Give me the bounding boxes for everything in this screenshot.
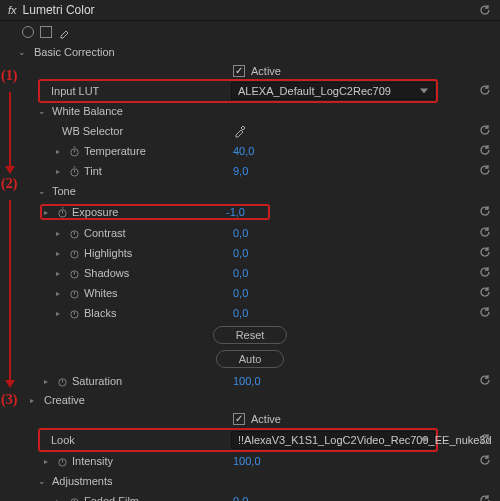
look-row: Look !!AlexaV3_K1S1_LogC2Video_Rec709_EE… — [0, 429, 500, 451]
fx-badge: fx — [8, 4, 17, 16]
look-dropdown[interactable]: !!AlexaV3_K1S1_LogC2Video_Rec709_EE_nuke… — [231, 431, 435, 449]
tint-value[interactable]: 9,0 — [233, 165, 353, 177]
section-basic-correction[interactable]: ⌄ Basic Correction — [0, 43, 500, 61]
stopwatch-icon[interactable] — [68, 287, 80, 299]
basic-active-checkbox[interactable] — [233, 65, 245, 77]
exposure-label: Exposure — [72, 206, 222, 218]
effect-title: Lumetri Color — [23, 3, 95, 17]
reset-icon[interactable] — [478, 225, 492, 241]
expand-icon[interactable]: ▸ — [56, 269, 64, 278]
expand-icon[interactable]: ▸ — [56, 289, 64, 298]
stopwatch-icon[interactable] — [68, 267, 80, 279]
mask-pen-icon[interactable] — [58, 25, 72, 39]
reset-icon[interactable] — [478, 305, 492, 321]
tint-row: ▸ Tint 9,0 — [0, 161, 500, 181]
stopwatch-icon[interactable] — [68, 145, 80, 157]
creative-active-checkbox[interactable] — [233, 413, 245, 425]
auto-button[interactable]: Auto — [216, 350, 285, 368]
stopwatch-icon[interactable] — [68, 495, 80, 501]
saturation-value[interactable]: 100,0 — [233, 375, 353, 387]
adjustments-row[interactable]: ⌄ Adjustments — [0, 471, 500, 491]
intensity-value[interactable]: 100,0 — [233, 455, 353, 467]
reset-effect-icon[interactable] — [478, 3, 492, 17]
chevron-down-icon: ⌄ — [38, 186, 48, 196]
blacks-label: Blacks — [84, 307, 116, 319]
temperature-row: ▸ Temperature 40,0 — [0, 141, 500, 161]
adjustments-label: Adjustments — [52, 475, 113, 487]
basic-correction-label: Basic Correction — [34, 46, 115, 58]
eyedropper-icon[interactable] — [233, 124, 247, 138]
expand-icon[interactable]: ▸ — [44, 208, 52, 217]
stopwatch-icon[interactable] — [56, 375, 68, 387]
stopwatch-icon[interactable] — [68, 227, 80, 239]
look-value: !!AlexaV3_K1S1_LogC2Video_Rec709_EE_nuke… — [238, 434, 492, 446]
input-lut-value: ALEXA_Default_LogC2Rec709 — [238, 85, 391, 97]
stopwatch-icon[interactable] — [68, 165, 80, 177]
stopwatch-icon[interactable] — [68, 307, 80, 319]
shadows-row: ▸Shadows 0,0 — [0, 263, 500, 283]
input-lut-row: Input LUT ALEXA_Default_LogC2Rec709 — [0, 81, 500, 101]
contrast-value[interactable]: 0,0 — [233, 227, 353, 239]
expand-icon[interactable]: ▸ — [56, 497, 64, 502]
intensity-row: ▸Intensity 100,0 — [0, 451, 500, 471]
white-balance-row[interactable]: ⌄ White Balance — [0, 101, 500, 121]
expand-icon: ▸ — [30, 396, 38, 405]
blacks-value[interactable]: 0,0 — [233, 307, 353, 319]
shadows-value[interactable]: 0,0 — [233, 267, 353, 279]
shadows-label: Shadows — [84, 267, 129, 279]
temperature-value[interactable]: 40,0 — [233, 145, 353, 157]
creative-active-label: Active — [251, 413, 281, 425]
reset-icon[interactable] — [478, 245, 492, 261]
expand-icon[interactable]: ▸ — [56, 229, 64, 238]
reset-icon[interactable] — [478, 373, 492, 389]
expand-icon[interactable]: ▸ — [44, 457, 52, 466]
reset-icon[interactable] — [478, 163, 492, 179]
look-label: Look — [41, 434, 223, 446]
stopwatch-icon[interactable] — [56, 206, 68, 218]
mask-rect-icon[interactable] — [40, 26, 52, 38]
whites-value[interactable]: 0,0 — [233, 287, 353, 299]
blacks-row: ▸Blacks 0,0 — [0, 303, 500, 323]
reset-button[interactable]: Reset — [213, 326, 288, 344]
reset-icon[interactable] — [478, 285, 492, 301]
lumetri-panel: fx Lumetri Color ⌄ Basic Correction Acti… — [0, 0, 500, 501]
expand-icon[interactable]: ▸ — [56, 147, 64, 156]
reset-icon[interactable] — [478, 143, 492, 159]
expand-icon[interactable]: ▸ — [44, 377, 52, 386]
creative-label: Creative — [44, 394, 85, 406]
reset-icon[interactable] — [478, 123, 492, 139]
chevron-down-icon: ⌄ — [38, 476, 48, 486]
chevron-down-icon: ⌄ — [18, 47, 28, 57]
stopwatch-icon[interactable] — [68, 247, 80, 259]
faded-film-row: ▸Faded Film 0,0 — [0, 491, 500, 501]
reset-icon[interactable] — [478, 265, 492, 281]
tone-label: Tone — [52, 185, 76, 197]
highlights-label: Highlights — [84, 247, 132, 259]
basic-saturation-row: ▸Saturation 100,0 — [0, 371, 500, 391]
contrast-label: Contrast — [84, 227, 126, 239]
expand-icon[interactable]: ▸ — [56, 249, 64, 258]
expand-icon[interactable]: ▸ — [56, 167, 64, 176]
input-lut-dropdown[interactable]: ALEXA_Default_LogC2Rec709 — [231, 82, 435, 100]
tone-row[interactable]: ⌄ Tone — [0, 181, 500, 201]
reset-icon[interactable] — [478, 204, 492, 220]
expand-icon[interactable]: ▸ — [56, 309, 64, 318]
reset-icon[interactable] — [478, 83, 492, 99]
reset-icon[interactable] — [478, 493, 492, 501]
basic-active-label: Active — [251, 65, 281, 77]
stopwatch-icon[interactable] — [56, 455, 68, 467]
exposure-value[interactable]: -1,0 — [226, 206, 266, 218]
mask-ellipse-icon[interactable] — [22, 26, 34, 38]
white-balance-label: White Balance — [52, 105, 123, 117]
temperature-label: Temperature — [84, 145, 146, 157]
whites-row: ▸Whites 0,0 — [0, 283, 500, 303]
whites-label: Whites — [84, 287, 118, 299]
reset-icon[interactable] — [478, 432, 492, 448]
contrast-row: ▸Contrast 0,0 — [0, 223, 500, 243]
basic-active-row: Active — [0, 61, 500, 81]
faded-film-value[interactable]: 0,0 — [233, 495, 353, 501]
section-creative[interactable]: ▸ Creative — [0, 391, 500, 409]
highlights-value[interactable]: 0,0 — [233, 247, 353, 259]
highlights-row: ▸Highlights 0,0 — [0, 243, 500, 263]
reset-icon[interactable] — [478, 453, 492, 469]
